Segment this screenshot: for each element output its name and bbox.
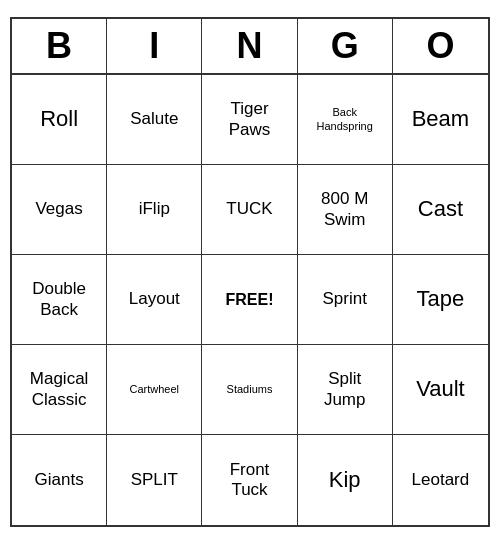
bingo-cell: TigerPaws [202, 75, 297, 165]
header-letter: G [298, 19, 393, 73]
bingo-cell: Sprint [298, 255, 393, 345]
bingo-cell: SPLIT [107, 435, 202, 525]
bingo-cell: Cast [393, 165, 488, 255]
bingo-cell: Layout [107, 255, 202, 345]
bingo-cell: DoubleBack [12, 255, 107, 345]
header-letter: I [107, 19, 202, 73]
bingo-cell: Vault [393, 345, 488, 435]
bingo-cell: TUCK [202, 165, 297, 255]
bingo-cell: Vegas [12, 165, 107, 255]
bingo-cell: Roll [12, 75, 107, 165]
bingo-cell: Leotard [393, 435, 488, 525]
header-letter: O [393, 19, 488, 73]
bingo-cell: Stadiums [202, 345, 297, 435]
bingo-cell: MagicalClassic [12, 345, 107, 435]
bingo-cell: Tape [393, 255, 488, 345]
bingo-cell: Giants [12, 435, 107, 525]
bingo-grid: RollSaluteTigerPawsBackHandspringBeamVeg… [12, 75, 488, 525]
bingo-cell: BackHandspring [298, 75, 393, 165]
header-letter: B [12, 19, 107, 73]
bingo-card: BINGO RollSaluteTigerPawsBackHandspringB… [10, 17, 490, 527]
bingo-cell: Salute [107, 75, 202, 165]
bingo-header: BINGO [12, 19, 488, 75]
bingo-cell: SplitJump [298, 345, 393, 435]
bingo-cell: FREE! [202, 255, 297, 345]
bingo-cell: Cartwheel [107, 345, 202, 435]
bingo-cell: Kip [298, 435, 393, 525]
header-letter: N [202, 19, 297, 73]
bingo-cell: Beam [393, 75, 488, 165]
bingo-cell: 800 MSwim [298, 165, 393, 255]
bingo-cell: iFlip [107, 165, 202, 255]
bingo-cell: FrontTuck [202, 435, 297, 525]
